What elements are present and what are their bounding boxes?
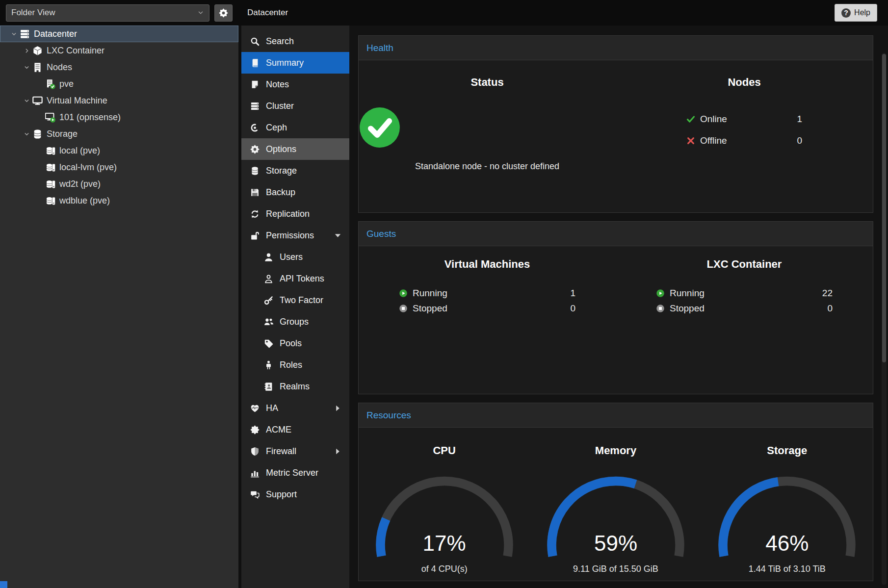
menu-item-backup[interactable]: Backup [241, 181, 349, 203]
play-circle-icon [656, 289, 665, 298]
nodes-rows: Online1Offline0 [686, 108, 802, 152]
menu-item-label: Roles [280, 360, 302, 370]
database-icon [250, 166, 260, 176]
user-o-icon [264, 274, 273, 283]
proxmox-app: Folder View Datacenter ? Help Datacenter… [0, 0, 888, 588]
expander-spacer [33, 80, 45, 88]
search-icon [250, 37, 260, 46]
tree-item-nodes[interactable]: Nodes [0, 59, 238, 76]
menu-item-api-tokens[interactable]: API Tokens [241, 268, 349, 289]
expander-spacer [33, 113, 45, 121]
health-nodes-column: Nodes Online1Offline0 [616, 60, 873, 212]
tree-item-datacenter[interactable]: Datacenter [0, 26, 238, 42]
menu-item-two-factor[interactable]: Two Factor [241, 289, 349, 311]
chevron-down-icon[interactable] [21, 97, 32, 104]
gauge-percent: 46% [716, 531, 858, 556]
menu-item-acme[interactable]: ACME [241, 419, 349, 440]
stat-value: 1 [570, 288, 575, 299]
menu-item-label: HA [266, 403, 278, 413]
guest-running-row: Running1 [399, 285, 575, 301]
chevron-down-icon[interactable] [21, 130, 32, 138]
menu-item-pools[interactable]: Pools [241, 332, 349, 354]
menu-item-roles[interactable]: Roles [241, 354, 349, 376]
menu-item-label: Metric Server [266, 468, 318, 478]
chevron-down-icon[interactable] [8, 30, 20, 38]
menu-item-groups[interactable]: Groups [241, 311, 349, 332]
content-scrollbar[interactable] [882, 53, 887, 585]
database-drive-icon [45, 179, 55, 189]
menu-item-permissions[interactable]: Permissions [241, 225, 349, 246]
health-title: Health [366, 43, 393, 53]
help-button[interactable]: ? Help [835, 4, 877, 22]
building-icon [32, 62, 43, 73]
guests-column-title: LXC Container [616, 258, 873, 271]
gauge-subtitle: 1.44 TiB of 3.10 TiB [702, 564, 873, 574]
menu-item-realms[interactable]: Realms [241, 376, 349, 397]
menu-item-users[interactable]: Users [241, 246, 349, 268]
tree-item-label: Virtual Machine [47, 96, 107, 106]
menu-item-summary[interactable]: Summary [241, 52, 349, 74]
tree-item-101-opnsense[interactable]: 101 (opnsense) [0, 109, 238, 126]
tree-item-wd2t-pve[interactable]: wd2t (pve) [0, 176, 238, 192]
database-drive-icon [45, 162, 55, 173]
tree-item-local-lvm-pve[interactable]: local-lvm (pve) [0, 159, 238, 176]
monitor-play-icon [45, 112, 55, 123]
users-icon [264, 317, 273, 327]
stat-value: 1 [797, 114, 802, 125]
stop-circle-icon [399, 304, 408, 313]
menu-item-label: Ceph [266, 123, 287, 133]
chevron-right-icon[interactable] [21, 47, 32, 54]
check-icon [686, 115, 695, 124]
tree-item-label: Nodes [47, 62, 72, 73]
tree-item-local-pve[interactable]: local (pve) [0, 142, 238, 159]
gauge-chart: 46% [716, 475, 858, 562]
male-icon [264, 360, 273, 370]
menu-item-replication[interactable]: Replication [241, 203, 349, 225]
menu-item-support[interactable]: Support [241, 484, 349, 505]
key-icon [264, 296, 273, 305]
expander-spacer [33, 163, 45, 171]
resources-panel-header: Resources [359, 403, 873, 428]
guest-stopped-row: Stopped0 [399, 301, 575, 316]
floppy-icon [250, 188, 260, 197]
tree-settings-button[interactable] [214, 4, 233, 22]
gauge-cpu: CPU17%of 4 CPU(s) [359, 428, 530, 581]
guests-panel: Guests Virtual MachinesRunning1Stopped0L… [358, 221, 873, 394]
tree-item-virtual-machine[interactable]: Virtual Machine [0, 92, 238, 109]
guests-title: Guests [366, 229, 396, 239]
menu-item-ceph[interactable]: Ceph [241, 117, 349, 138]
tree-item-wdblue-pve[interactable]: wdblue (pve) [0, 192, 238, 209]
status-title: Status [359, 76, 616, 89]
tree-item-label: local-lvm (pve) [59, 162, 117, 173]
tree-item-storage[interactable]: Storage [0, 126, 238, 142]
corner-accent [0, 581, 7, 588]
tree-item-label: LXC Container [47, 46, 104, 56]
menu-item-metric-server[interactable]: Metric Server [241, 462, 349, 484]
menu-item-firewall[interactable]: Firewall [241, 440, 349, 462]
menu-item-label: Users [280, 252, 303, 262]
question-icon: ? [841, 8, 851, 18]
menu-item-cluster[interactable]: Cluster [241, 95, 349, 117]
tree-item-lxc-container[interactable]: LXC Container [0, 42, 238, 59]
comments-icon [250, 490, 260, 499]
guest-stopped-row: Stopped0 [656, 301, 833, 316]
gauge-title: CPU [359, 428, 530, 457]
menu-item-storage[interactable]: Storage [241, 160, 349, 181]
scrollbar-thumb[interactable] [882, 54, 886, 362]
chevron-down-icon[interactable] [21, 63, 32, 71]
stat-value: 0 [827, 303, 833, 314]
menu-item-ha[interactable]: HA [241, 397, 349, 419]
menu-item-notes[interactable]: Notes [241, 74, 349, 95]
stat-label: Stopped [670, 303, 705, 314]
gauge-subtitle: 9.11 GiB of 15.50 GiB [530, 564, 701, 574]
health-panel-body: Status Standalone node - no cluster defi… [359, 60, 873, 212]
menu-item-search[interactable]: Search [241, 30, 349, 52]
chevron-right-icon [333, 447, 342, 456]
view-mode-select[interactable]: Folder View [6, 4, 209, 22]
tree-item-pve[interactable]: pve [0, 76, 238, 92]
stat-label: Running [413, 288, 447, 299]
guest-stat-rows: Running1Stopped0 [399, 285, 575, 316]
gauge-chart: 17% [373, 475, 516, 562]
top-bar: Folder View Datacenter ? Help [0, 0, 888, 26]
menu-item-options[interactable]: Options [241, 138, 349, 160]
